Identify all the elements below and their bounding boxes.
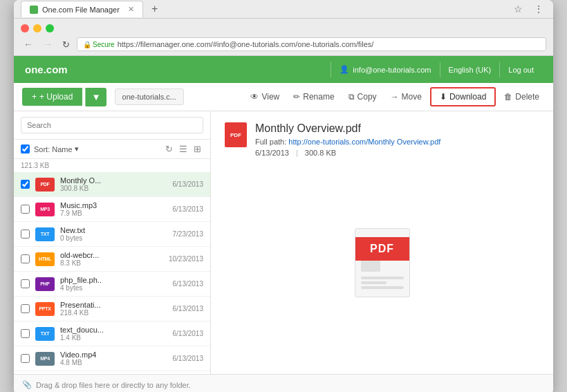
file-checkbox[interactable]	[21, 254, 30, 263]
refresh-button[interactable]: ↻	[59, 38, 73, 51]
header-language[interactable]: English (UK)	[440, 62, 500, 77]
file-name: php_file.ph..	[60, 276, 167, 284]
search-input[interactable]	[21, 117, 203, 133]
pdf-banner: PDF	[355, 237, 409, 261]
drop-footer: 📎 Drag & drop files here or directly to …	[14, 374, 553, 392]
view-label: View	[261, 92, 279, 102]
file-checkbox[interactable]	[21, 180, 30, 189]
list-view-button[interactable]: ☰	[177, 143, 189, 155]
maximize-traffic-light[interactable]	[46, 24, 54, 32]
tab-title: One.com File Manager	[42, 6, 120, 14]
browser-nav: ← → ↻ 🔒 Secure https://filemanager.one.c…	[21, 37, 546, 51]
pdf-line-2	[361, 281, 387, 284]
search-bar	[14, 111, 210, 140]
file-date: 6/13/2013	[173, 180, 204, 188]
refresh-list-button[interactable]: ↻	[163, 143, 175, 155]
list-item[interactable]: TXT text_doucu... 1.4 KB 6/13/2013	[14, 321, 210, 346]
delete-button[interactable]: 🗑 Delete	[499, 88, 545, 105]
tab-close-button[interactable]: ✕	[128, 5, 134, 14]
pdf-large-icon: PDF	[351, 225, 413, 301]
full-path-url[interactable]: http://one-tutorials.com/Monthly Overvie…	[288, 138, 440, 146]
detail-file-info: Monthly Overview.pdf Full path: http://o…	[255, 122, 539, 157]
file-name: text_doucu...	[60, 326, 167, 334]
upload-label: + Upload	[39, 92, 73, 102]
new-tab-button[interactable]: +	[149, 0, 160, 18]
file-date: 10/23/2013	[169, 255, 203, 263]
file-type-badge: HTML	[35, 252, 55, 266]
list-item[interactable]: PHP php_file.ph.. 4 bytes 6/13/2013	[14, 272, 210, 297]
drop-footer-text: Drag & drop files here or directly to an…	[36, 381, 191, 389]
list-item[interactable]: PDF Monthly O... 300.8 KB 6/13/2013	[14, 172, 210, 197]
delete-icon: 🗑	[504, 92, 512, 102]
sort-label[interactable]: Sort: Name ▾	[34, 144, 159, 153]
file-type-badge: TXT	[35, 227, 55, 241]
file-info: New.txt 0 bytes	[60, 226, 167, 242]
download-button[interactable]: ⬇ Download	[430, 87, 496, 106]
file-date: 6/13/2013	[173, 305, 204, 312]
rename-button[interactable]: ✏ Rename	[288, 88, 340, 105]
delete-label: Delete	[515, 92, 539, 102]
file-list-container: PDF Monthly O... 300.8 KB 6/13/2013 MP3 …	[14, 172, 210, 371]
app-header: one.com 👤 info@one-tutorials.com English…	[14, 56, 553, 83]
move-label: Move	[402, 92, 422, 102]
file-checkbox[interactable]	[21, 304, 30, 313]
file-size: 0 bytes	[60, 234, 167, 242]
file-date: 6/13/2013	[173, 355, 204, 362]
app-logo: one.com	[25, 64, 68, 75]
view-button[interactable]: 👁 View	[245, 88, 285, 105]
file-date: 7/23/2013	[173, 230, 204, 238]
list-item[interactable]: MP4 Video.mp4 4.8 MB 6/13/2013	[14, 346, 210, 371]
bookmark-icon[interactable]: ☆	[511, 1, 526, 17]
copy-icon: ⧉	[348, 92, 355, 102]
file-name: Monthly O...	[60, 176, 167, 185]
upload-icon: +	[32, 92, 37, 102]
detail-header: PDF Monthly Overview.pdf Full path: http…	[225, 122, 539, 157]
select-all-checkbox[interactable]	[21, 144, 30, 153]
forward-button[interactable]: →	[40, 37, 55, 51]
back-button[interactable]: ←	[21, 37, 36, 51]
file-info: old-webcr... 8.3 KB	[60, 251, 163, 267]
list-item[interactable]: PPTX Presentati... 218.4 KB 6/13/2013	[14, 297, 210, 321]
file-type-badge: TXT	[35, 327, 55, 341]
file-checkbox[interactable]	[21, 230, 30, 239]
move-button[interactable]: → Move	[385, 88, 427, 105]
file-sidebar: Sort: Name ▾ ↻ ☰ ⊞ 121.3 KB PDF Monthly …	[14, 111, 211, 374]
url-text: https://filemanager.one.com/#info@one-tu…	[118, 40, 374, 48]
file-date: 6/13/2013	[173, 205, 204, 213]
detail-panel: PDF Monthly Overview.pdf Full path: http…	[211, 111, 553, 374]
header-user[interactable]: 👤 info@one-tutorials.com	[331, 62, 439, 77]
full-path-label: Full path:	[255, 138, 286, 146]
header-logout[interactable]: Log out	[499, 62, 542, 77]
close-traffic-light[interactable]	[21, 24, 29, 32]
download-label: Download	[449, 92, 486, 102]
upload-dropdown-button[interactable]: ▼	[85, 88, 106, 106]
header-right: 👤 info@one-tutorials.com English (UK) Lo…	[331, 62, 542, 77]
file-checkbox[interactable]	[21, 205, 30, 214]
pdf-line-3	[361, 286, 404, 289]
list-item[interactable]: HTML old-webcr... 8.3 KB 10/23/2013	[14, 247, 210, 272]
file-checkbox[interactable]	[21, 354, 30, 363]
detail-file-icon: PDF	[225, 122, 247, 147]
file-checkbox[interactable]	[21, 279, 30, 288]
copy-button[interactable]: ⧉ Copy	[343, 88, 382, 105]
active-tab[interactable]: One.com File Manager ✕	[21, 1, 143, 17]
address-bar[interactable]: 🔒 Secure https://filemanager.one.com/#in…	[77, 37, 546, 51]
list-item[interactable]: MP3 Music.mp3 7.9 MB 6/13/2013	[14, 197, 210, 222]
tab-favicon	[30, 6, 38, 14]
rename-icon: ✏	[293, 92, 300, 102]
file-info: Presentati... 218.4 KB	[60, 301, 167, 317]
list-item[interactable]: TXT New.txt 0 bytes 7/23/2013	[14, 222, 210, 247]
file-type-badge: MP3	[35, 203, 55, 216]
menu-icon[interactable]: ⋮	[531, 1, 546, 17]
file-info: Music.mp3 7.9 MB	[60, 201, 167, 217]
grid-view-button[interactable]: ⊞	[192, 143, 203, 155]
minimize-traffic-light[interactable]	[33, 24, 41, 32]
upload-button[interactable]: + + Upload	[22, 88, 82, 106]
file-info: php_file.ph.. 4 bytes	[60, 276, 167, 292]
file-checkbox[interactable]	[21, 329, 30, 338]
detail-meta: 6/13/2013 | 300.8 KB	[255, 149, 539, 157]
sort-bar: Sort: Name ▾ ↻ ☰ ⊞	[14, 140, 210, 159]
download-icon: ⬇	[440, 92, 447, 102]
file-info: text_doucu... 1.4 KB	[60, 326, 167, 342]
user-email: info@one-tutorials.com	[353, 66, 431, 74]
